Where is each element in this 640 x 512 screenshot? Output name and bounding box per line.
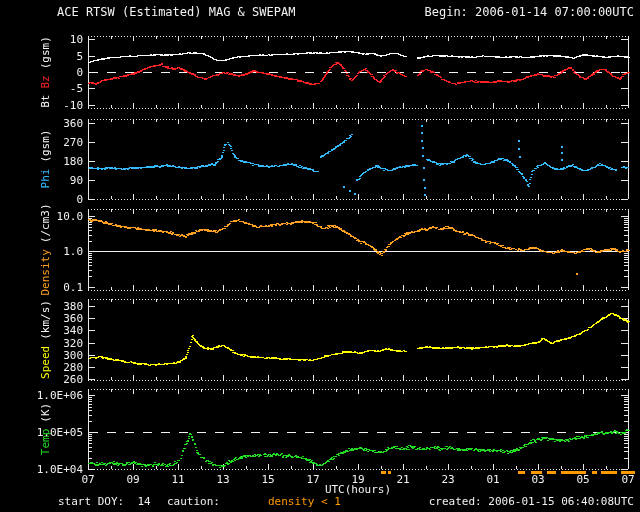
caution-label: caution:: [167, 495, 220, 508]
start-doy-label: start DOY: 14: [58, 495, 151, 508]
ace-rtsw-plot: ACE RTSW (Estimated) MAG & SWEPAM Begin:…: [0, 0, 640, 512]
begin-timestamp: Begin: 2006-01-14 07:00:00UTC: [424, 6, 634, 19]
caution-density-label: density < 1: [268, 495, 341, 508]
chart-canvas: [0, 0, 640, 512]
created-timestamp: created: 2006-01-15 06:40:08UTC: [429, 495, 634, 508]
page-title: ACE RTSW (Estimated) MAG & SWEPAM: [57, 6, 295, 19]
